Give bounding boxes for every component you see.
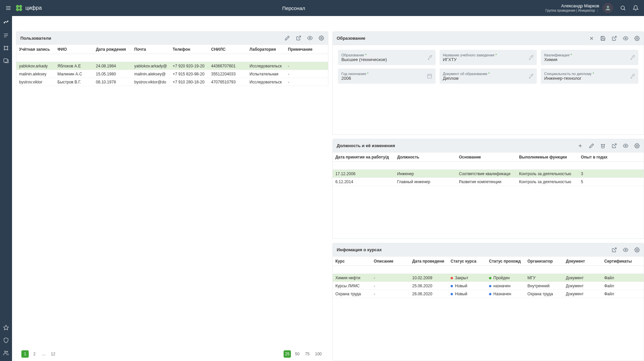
courses-th[interactable]: Организатор: [525, 259, 563, 264]
users-th[interactable]: Почта: [132, 47, 170, 52]
field-education[interactable]: Образование *Высшее (техническое): [338, 50, 436, 65]
courses-th[interactable]: Статус курса: [448, 259, 486, 264]
gear-icon[interactable]: [319, 35, 324, 41]
sidebar-shield-icon[interactable]: [3, 337, 9, 344]
courses-th[interactable]: Статус прохожд: [486, 259, 525, 264]
page-size-button[interactable]: 75: [304, 350, 311, 358]
cell: Документ: [563, 284, 602, 288]
gear-icon[interactable]: [634, 143, 640, 148]
table-row[interactable]: Курсы ЛИМС-25.06.2020НовыйназначенВнутре…: [333, 282, 644, 290]
svg-point-35: [636, 38, 638, 39]
brush-icon[interactable]: [630, 55, 635, 60]
gear-icon[interactable]: [634, 247, 640, 253]
cell: Быстров В.Г.: [55, 80, 93, 84]
table-row[interactable]: 6.12.2014Главный инженерРазвитие компете…: [333, 178, 644, 186]
users-th[interactable]: Дата рождения: [93, 47, 132, 52]
page-size-button[interactable]: 25: [284, 350, 291, 358]
position-th[interactable]: Опыт в годах: [578, 155, 635, 159]
users-th[interactable]: Лаборатория: [247, 47, 285, 52]
plus-icon[interactable]: [578, 143, 583, 148]
save-icon[interactable]: [600, 36, 606, 41]
courses-th[interactable]: Описание: [371, 259, 410, 264]
cell: Главный инженер: [394, 179, 456, 184]
courses-th[interactable]: Документ: [563, 259, 602, 264]
users-th[interactable]: СНИЛС: [208, 47, 247, 52]
eye-icon[interactable]: [623, 36, 628, 41]
sidebar-star-icon[interactable]: [3, 324, 9, 331]
brush-icon[interactable]: [630, 73, 635, 79]
field-value: Диплом: [443, 76, 528, 81]
position-th[interactable]: Основание: [456, 155, 516, 159]
calendar-icon[interactable]: [427, 73, 432, 79]
field-qualification[interactable]: Квалификация *Химия: [541, 50, 638, 65]
edit-icon[interactable]: [589, 143, 594, 148]
bell-icon[interactable]: [633, 5, 639, 11]
sidebar-item-3[interactable]: [3, 45, 9, 51]
page-button[interactable]: 1: [21, 350, 29, 358]
courses-th[interactable]: Сертификаты: [602, 259, 635, 264]
eye-icon[interactable]: [307, 35, 313, 41]
cell: bystrov.viktor@do: [132, 80, 170, 84]
trash-icon[interactable]: [600, 143, 606, 148]
close-icon[interactable]: [589, 36, 594, 41]
cell: Файл: [602, 276, 635, 280]
external-icon[interactable]: [296, 35, 301, 41]
brush-icon[interactable]: [528, 73, 533, 79]
search-icon[interactable]: [620, 5, 626, 11]
table-row[interactable]: bystrov.viktorБыстров В.Г.08.10.1978byst…: [16, 78, 328, 86]
cell: назначен: [486, 284, 525, 288]
cell: 6.12.2014: [333, 179, 394, 184]
brush-icon[interactable]: [528, 55, 533, 60]
position-th[interactable]: Выполняемые функции: [516, 155, 578, 159]
table-row[interactable]: 17.12.2006ИнженерСоответствие квалификац…: [333, 170, 644, 178]
cell: +7 915 820-98-20: [170, 72, 208, 76]
sidebar-users-icon[interactable]: [3, 350, 9, 356]
table-row[interactable]: yablokov.arkadyЯблоков А.Е24.08.1984yabl…: [16, 62, 328, 70]
eye-icon[interactable]: [623, 143, 628, 148]
cell: -: [285, 64, 324, 68]
sidebar-item-2[interactable]: [3, 32, 9, 39]
page-button[interactable]: 2: [31, 350, 38, 358]
users-th[interactable]: Учётная запись: [16, 47, 55, 52]
page-button[interactable]: ...: [40, 350, 47, 358]
svg-point-30: [321, 37, 322, 39]
courses-th[interactable]: Курс: [333, 259, 371, 264]
users-th[interactable]: Телефон: [170, 47, 208, 52]
external-icon[interactable]: [612, 36, 617, 41]
svg-point-26: [5, 351, 6, 353]
users-th[interactable]: Примечание: [285, 47, 324, 52]
position-panel-title: Должность и её изменения: [337, 143, 578, 148]
cell: Испытательная: [247, 72, 285, 76]
eye-icon[interactable]: [623, 247, 628, 253]
svg-point-47: [636, 249, 638, 251]
brush-icon[interactable]: [427, 55, 432, 60]
courses-th[interactable]: Дата проведени: [410, 259, 448, 264]
field-specialty[interactable]: Специальность по диплому *Инженер-технол…: [541, 68, 638, 84]
page-title: Персонал: [42, 5, 545, 11]
page-button[interactable]: 12: [49, 350, 57, 358]
page-size-button[interactable]: 100: [314, 350, 323, 358]
users-th[interactable]: ФИО: [55, 47, 93, 52]
table-row[interactable]: Охрана труда-26.06.2020НовыйНазначенОхра…: [333, 290, 644, 298]
external-icon[interactable]: [612, 143, 617, 148]
field-value: Инженер-технолог: [544, 76, 630, 81]
external-icon[interactable]: [612, 247, 617, 253]
field-document[interactable]: Документ об образовании *Диплом: [440, 68, 537, 84]
cell: МГУ: [525, 276, 563, 280]
svg-point-16: [4, 46, 5, 47]
page-size-button[interactable]: 50: [294, 350, 301, 358]
sidebar-item-4[interactable]: [3, 57, 9, 64]
field-grad_year[interactable]: Год окончания *2006: [338, 68, 436, 84]
cell: Контроль за деятельностью: [516, 171, 578, 176]
gear-icon[interactable]: [634, 36, 640, 41]
position-th[interactable]: Должность: [394, 155, 456, 159]
table-row[interactable]: malinin.alekseyМалинин А.С15.05.1980mali…: [16, 70, 328, 78]
field-institution[interactable]: Название учебного заведения *ИГХТУ: [440, 50, 537, 65]
hamburger-icon[interactable]: [5, 5, 11, 11]
user-block[interactable]: Александр Марков Группа проведения | Ини…: [545, 3, 613, 13]
position-th[interactable]: Дата принятия на работу/д: [333, 155, 394, 159]
edit-icon[interactable]: [285, 35, 290, 41]
table-row[interactable]: Химия нефти-10.02.2009ЗакрытПройденМГУДо…: [333, 274, 644, 282]
avatar[interactable]: [603, 3, 613, 13]
sidebar-item-1[interactable]: [3, 19, 9, 26]
